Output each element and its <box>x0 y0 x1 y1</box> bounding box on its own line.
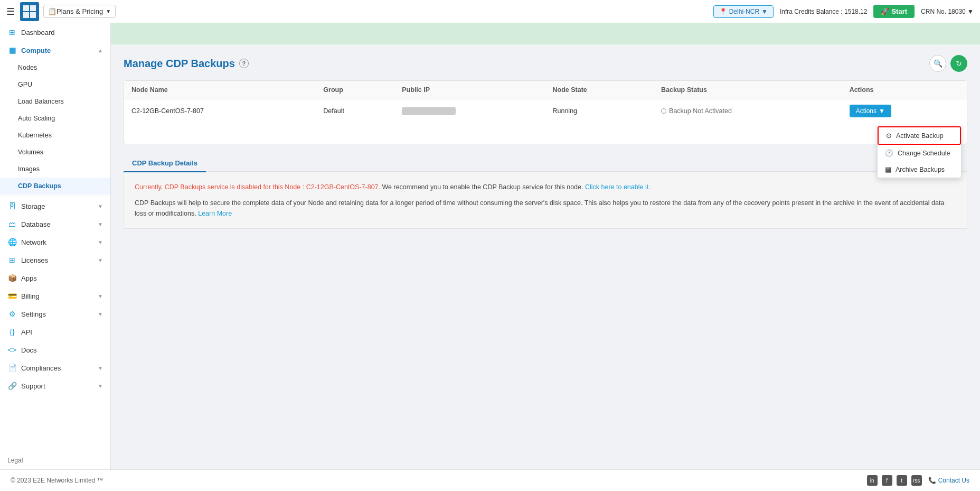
enable-link[interactable]: Click here to enable it. <box>585 183 651 191</box>
search-button[interactable]: 🔍 <box>929 55 946 72</box>
sidebar-item-compute[interactable]: ▦ Compute ▲ <box>0 41 110 59</box>
refresh-button[interactable]: ↻ <box>950 55 967 72</box>
storage-arrow-icon: ▼ <box>98 203 103 209</box>
sidebar-item-database[interactable]: 🗃 Database ▼ <box>0 215 110 233</box>
warning-text: Currently, CDP Backups service is disabl… <box>135 183 380 191</box>
tabs-container: CDP Backup Details Currently, CDP Backup… <box>124 155 967 229</box>
help-icon[interactable]: ? <box>239 59 249 68</box>
settings-arrow-icon: ▼ <box>98 311 103 317</box>
actions-label: Actions <box>856 107 877 115</box>
sidebar-label-gpu: GPU <box>18 81 32 88</box>
sidebar-legal-label[interactable]: Legal <box>7 457 23 464</box>
change-schedule-item[interactable]: 🕐 Change Schedule <box>878 145 961 161</box>
cell-public-ip: ███████████ <box>394 99 545 123</box>
twitter-icon[interactable]: t <box>897 475 907 486</box>
support-arrow-icon: ▼ <box>98 383 103 389</box>
archive-backups-item[interactable]: ▦ Archive Backups <box>878 161 961 178</box>
contact-us-label: Contact Us <box>938 477 969 484</box>
plans-pricing-button[interactable]: 📋 Plans & Pricing ▼ <box>43 5 116 18</box>
sidebar-item-support[interactable]: 🔗 Support ▼ <box>0 377 110 395</box>
page-title-text: Manage CDP Backups <box>124 58 235 70</box>
top-banner <box>111 23 980 44</box>
compliances-arrow-icon: ▼ <box>98 365 103 371</box>
sidebar-label-kubernetes: Kubernetes <box>18 132 52 139</box>
activate-backup-item[interactable]: ⊙ Activate Backup <box>878 126 961 145</box>
sidebar-label-licenses: Licenses <box>21 256 48 264</box>
actions-dropdown-menu: ⊙ Activate Backup 🕐 Change Schedule ▦ <box>877 126 962 178</box>
cell-node-name: C2-12GB-CentOS-7-807 <box>124 99 316 123</box>
tab-content-cdp-backup-details: Currently, CDP Backups service is disabl… <box>124 172 967 229</box>
table-row: C2-12GB-CentOS-7-807 Default ███████████… <box>124 99 967 123</box>
sidebar-item-images[interactable]: Images <box>0 161 110 178</box>
col-actions: Actions <box>842 81 967 99</box>
footer-right: in f t rss 📞 Contact Us <box>867 475 969 486</box>
sidebar-label-api: API <box>21 328 32 336</box>
sidebar-item-compliances[interactable]: 📄 Compliances ▼ <box>0 359 110 377</box>
sidebar: ⊞ Dashboard ▦ Compute ▲ Nodes GPU Load B… <box>0 23 111 469</box>
storage-icon: 🗄 <box>7 202 17 210</box>
sidebar-label-compute: Compute <box>21 47 51 54</box>
sidebar-label-dashboard: Dashboard <box>21 29 55 36</box>
sidebar-item-licenses[interactable]: ⊞ Licenses ▼ <box>0 251 110 269</box>
sidebar-item-volumes[interactable]: Volumes <box>0 144 110 161</box>
sidebar-item-cdp-backups[interactable]: CDP Backups <box>0 178 110 194</box>
billing-icon: 💳 <box>7 292 17 300</box>
sidebar-label-nodes: Nodes <box>18 64 37 71</box>
sidebar-label-cdp-backups: CDP Backups <box>18 182 61 190</box>
hamburger-icon[interactable]: ☰ <box>6 6 15 17</box>
rss-icon[interactable]: rss <box>911 475 922 486</box>
contact-us-button[interactable]: 📞 Contact Us <box>928 477 969 484</box>
facebook-icon[interactable]: f <box>882 475 892 486</box>
infra-balance-label: Infra Credits Balance : 1518.12 <box>780 8 867 15</box>
start-label: Start <box>891 7 907 15</box>
sidebar-label-load-balancers: Load Balancers <box>18 98 64 105</box>
sidebar-item-api[interactable]: {} API <box>0 323 110 341</box>
col-backup-status: Backup Status <box>654 81 842 99</box>
col-group: Group <box>316 81 394 99</box>
sidebar-item-dashboard[interactable]: ⊞ Dashboard <box>0 23 110 41</box>
rocket-icon: 🚀 <box>881 7 889 15</box>
sidebar-item-gpu[interactable]: GPU <box>0 76 110 93</box>
sidebar-label-images: Images <box>18 165 40 173</box>
header-right: 📍 Delhi-NCR ▼ Infra Credits Balance : 15… <box>713 5 974 18</box>
sidebar-item-load-balancers[interactable]: Load Balancers <box>0 93 110 110</box>
sidebar-label-settings: Settings <box>21 310 46 318</box>
actions-button[interactable]: Actions ▼ <box>850 105 891 117</box>
cell-node-state: Running <box>545 99 654 123</box>
database-icon: 🗃 <box>7 220 17 228</box>
sidebar-item-network[interactable]: 🌐 Network ▼ <box>0 233 110 251</box>
compute-icon: ▦ <box>7 46 17 54</box>
billing-arrow-icon: ▼ <box>98 293 103 299</box>
svg-rect-0 <box>23 5 29 11</box>
header-actions: 🔍 ↻ <box>929 55 967 72</box>
change-schedule-icon: 🕐 <box>885 149 893 157</box>
sidebar-label-compliances: Compliances <box>21 364 61 372</box>
page-header: Manage CDP Backups ? 🔍 ↻ <box>124 55 967 72</box>
crn-label[interactable]: CRN No. 18030 ▼ <box>921 8 974 15</box>
sidebar-item-storage[interactable]: 🗄 Storage ▼ <box>0 197 110 215</box>
svg-rect-2 <box>23 12 29 18</box>
sidebar-item-apps[interactable]: 📦 Apps <box>0 269 110 287</box>
linkedin-icon[interactable]: in <box>867 475 878 486</box>
svg-rect-3 <box>30 12 36 18</box>
plans-pricing-arrow-icon: ▼ <box>106 8 111 14</box>
svg-rect-1 <box>30 5 36 11</box>
plans-pricing-label: Plans & Pricing <box>56 7 103 15</box>
settings-icon: ⚙ <box>7 310 17 318</box>
table-footer: Items p 1 of 1 ‹ › <box>124 123 967 144</box>
sidebar-item-nodes[interactable]: Nodes <box>0 59 110 76</box>
sidebar-item-billing[interactable]: 💳 Billing ▼ <box>0 287 110 305</box>
database-arrow-icon: ▼ <box>98 221 103 227</box>
region-button[interactable]: 📍 Delhi-NCR ▼ <box>713 5 774 18</box>
learn-more-link[interactable]: Learn More <box>198 210 232 217</box>
tab-cdp-backup-details[interactable]: CDP Backup Details <box>124 155 206 172</box>
warning-suffix: We recommend you to enable the CDP Backu… <box>382 183 585 191</box>
sidebar-item-auto-scaling[interactable]: Auto Scaling <box>0 110 110 127</box>
bottom-footer: © 2023 E2E Networks Limited ™ in f t rss… <box>0 469 980 491</box>
start-button[interactable]: 🚀 Start <box>873 5 915 18</box>
sidebar-item-docs[interactable]: <> Docs <box>0 341 110 359</box>
sidebar-item-kubernetes[interactable]: Kubernetes <box>0 127 110 144</box>
crn-arrow-icon: ▼ <box>967 8 974 15</box>
sidebar-item-settings[interactable]: ⚙ Settings ▼ <box>0 305 110 323</box>
region-label: Delhi-NCR <box>729 8 759 15</box>
